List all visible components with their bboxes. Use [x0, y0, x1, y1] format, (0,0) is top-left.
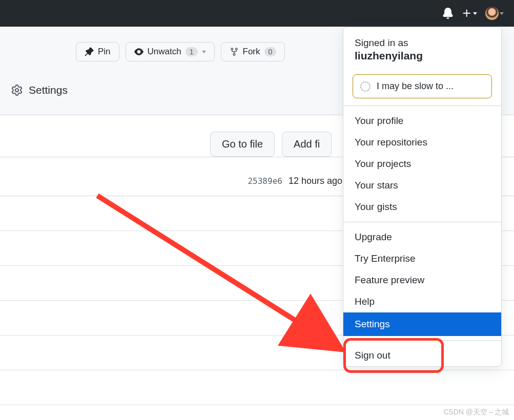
menu-item-try-enterprise[interactable]: Try Enterprise [343, 248, 501, 269]
menu-item-upgrade[interactable]: Upgrade [343, 226, 501, 248]
signed-in-username: liuzhenyilang [355, 50, 490, 62]
status-text: I may be slow to ... [377, 81, 454, 92]
signed-in-prefix: Signed in as [355, 37, 490, 49]
user-avatar-menu[interactable] [485, 7, 504, 20]
top-nav-bar [0, 0, 514, 27]
unwatch-label: Unwatch [148, 47, 181, 57]
menu-item-feature-preview[interactable]: Feature preview [343, 269, 501, 291]
eye-icon [134, 47, 143, 56]
menu-item-sign-out[interactable]: Sign out [343, 345, 501, 366]
menu-item-settings[interactable]: Settings [343, 312, 501, 336]
set-status-button[interactable]: I may be slow to ... [353, 74, 492, 98]
pin-label: Pin [98, 47, 111, 57]
unwatch-button[interactable]: Unwatch 1 [126, 42, 215, 61]
user-dropdown-menu: Signed in as liuzhenyilang I may be slow… [343, 27, 502, 367]
fork-count-badge: 0 [264, 47, 277, 56]
menu-item-help[interactable]: Help [343, 291, 501, 312]
go-to-file-button[interactable]: Go to file [210, 132, 275, 157]
chevron-down-icon [500, 12, 504, 15]
file-row[interactable] [0, 370, 514, 405]
watch-count-badge: 1 [186, 47, 198, 56]
pin-button[interactable]: Pin [76, 42, 119, 61]
divider [343, 340, 501, 341]
gear-icon [11, 85, 23, 96]
fork-button[interactable]: Fork 0 [221, 42, 285, 61]
avatar [485, 7, 499, 20]
commit-time: 12 hours ago [289, 176, 342, 186]
menu-item-your-projects[interactable]: Your projects [343, 153, 501, 175]
chevron-down-icon [202, 51, 206, 53]
dropdown-header: Signed in as liuzhenyilang [343, 30, 501, 70]
divider [343, 222, 501, 222]
watermark: CSDN @天空～之城 [443, 408, 509, 417]
menu-item-your-repositories[interactable]: Your repositories [343, 132, 501, 153]
status-emoji-icon [360, 81, 371, 92]
commit-hash[interactable]: 25389e6 [248, 176, 282, 186]
pin-icon [85, 47, 94, 56]
notifications-bell-icon[interactable] [442, 8, 454, 19]
add-new-button[interactable] [462, 8, 477, 18]
menu-item-your-profile[interactable]: Your profile [343, 110, 501, 132]
menu-item-your-stars[interactable]: Your stars [343, 175, 501, 196]
divider [343, 106, 501, 106]
settings-tab-label: Settings [29, 84, 68, 96]
add-file-button[interactable]: Add fi [282, 132, 332, 157]
menu-item-your-gists[interactable]: Your gists [343, 196, 501, 218]
fork-label: Fork [243, 47, 260, 57]
fork-icon [230, 47, 239, 56]
chevron-down-icon [473, 12, 477, 15]
